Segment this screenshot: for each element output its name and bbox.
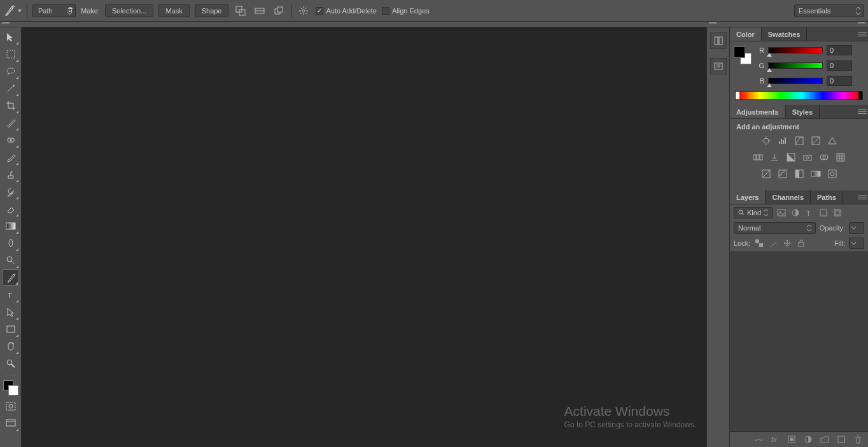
filter-type-icon[interactable]: T (804, 208, 815, 218)
shape-button[interactable]: Shape (195, 4, 229, 17)
blend-mode-dropdown[interactable]: Normal (734, 222, 816, 234)
lock-transparency-icon[interactable] (754, 238, 764, 248)
threshold-icon[interactable] (793, 167, 806, 180)
layer-list[interactable] (730, 252, 868, 432)
vibrance-icon[interactable] (826, 134, 839, 147)
lock-all-icon[interactable] (796, 238, 806, 248)
path-operations-icon[interactable] (234, 4, 248, 18)
workspace-dropdown[interactable]: Essentials (794, 4, 864, 17)
exposure-icon[interactable] (809, 134, 822, 147)
r-value: 0 (830, 46, 834, 54)
tab-paths[interactable]: Paths (811, 190, 843, 204)
dodge-tool[interactable] (3, 252, 19, 269)
layer-mask-icon[interactable] (787, 434, 797, 444)
history-dock-icon[interactable] (710, 32, 727, 49)
eyedropper-tool[interactable] (3, 115, 19, 131)
lock-image-icon[interactable] (768, 238, 778, 248)
color-lookup-icon[interactable] (834, 151, 847, 164)
color-swatch-stack[interactable] (734, 46, 752, 64)
auto-add-delete-checkbox[interactable]: Auto Add/Delete (316, 7, 377, 15)
color-balance-icon[interactable] (768, 151, 781, 164)
selection-button[interactable]: Selection... (105, 4, 153, 17)
gradient-tool[interactable] (3, 218, 19, 234)
adjustment-layer-icon[interactable] (803, 434, 813, 444)
lock-position-icon[interactable] (782, 238, 792, 248)
brush-tool[interactable] (3, 149, 19, 166)
clone-stamp-tool[interactable] (3, 166, 19, 183)
opacity-input[interactable] (849, 222, 864, 234)
active-tool-icon[interactable] (4, 3, 22, 18)
eraser-tool[interactable] (3, 201, 19, 217)
history-brush-tool[interactable] (3, 183, 19, 200)
path-alignment-icon[interactable] (253, 4, 267, 18)
g-slider[interactable] (768, 62, 823, 69)
marquee-tool[interactable] (3, 46, 19, 62)
b-value-input[interactable]: 0 (827, 76, 852, 86)
panel-menu-icon[interactable] (858, 108, 867, 115)
gradient-map-icon[interactable] (809, 167, 822, 180)
channel-mixer-icon[interactable] (818, 151, 830, 164)
tab-channels[interactable]: Channels (766, 190, 811, 204)
collapse-handle-icon[interactable] (709, 22, 717, 26)
tab-swatches[interactable]: Swatches (762, 27, 808, 41)
b-slider[interactable] (768, 78, 823, 84)
tab-styles[interactable]: Styles (786, 105, 820, 118)
tab-layers[interactable]: Layers (730, 190, 766, 204)
mask-button[interactable]: Mask (158, 4, 189, 17)
selection-button-label: Selection... (112, 7, 146, 15)
r-slider[interactable] (768, 47, 823, 53)
g-value-input[interactable]: 0 (827, 60, 852, 71)
collapse-handle-icon[interactable] (858, 22, 865, 26)
tab-channels-label: Channels (772, 194, 804, 201)
blur-tool[interactable] (3, 235, 19, 252)
rectangle-tool[interactable] (3, 321, 19, 337)
hand-tool[interactable] (3, 338, 19, 355)
photo-filter-icon[interactable] (801, 151, 814, 164)
layer-filter-kind-dropdown[interactable]: Kind (734, 207, 773, 218)
zoom-tool[interactable] (3, 355, 19, 372)
posterize-icon[interactable] (776, 167, 789, 180)
panel-menu-icon[interactable] (858, 193, 867, 201)
gear-icon[interactable] (297, 4, 311, 18)
selective-color-icon[interactable] (826, 167, 839, 180)
path-mode-dropdown[interactable]: Path (32, 4, 76, 17)
lasso-tool[interactable] (3, 63, 19, 80)
path-arrangement-icon[interactable] (272, 4, 286, 18)
group-icon[interactable] (820, 434, 830, 444)
quick-mask-icon[interactable] (3, 398, 19, 415)
magic-wand-tool[interactable] (3, 80, 19, 97)
screen-mode-icon[interactable] (3, 415, 19, 432)
foreground-background-swatch[interactable] (3, 378, 19, 397)
fill-input[interactable] (849, 238, 864, 249)
properties-dock-icon[interactable] (710, 58, 727, 74)
pen-tool[interactable] (3, 269, 19, 286)
filter-shape-icon[interactable] (818, 208, 829, 218)
panel-menu-icon[interactable] (858, 30, 867, 38)
align-edges-checkbox[interactable]: Align Edges (382, 7, 430, 15)
curves-icon[interactable] (793, 134, 806, 147)
invert-icon[interactable] (760, 167, 773, 180)
new-layer-icon[interactable] (836, 434, 846, 444)
tab-color[interactable]: Color (730, 27, 762, 41)
collapse-handle-icon[interactable] (2, 22, 10, 26)
filter-adjustment-icon[interactable] (790, 208, 801, 218)
filter-pixel-icon[interactable] (776, 208, 787, 218)
healing-brush-tool[interactable] (3, 132, 19, 148)
crop-tool[interactable] (3, 97, 19, 114)
tab-adjustments[interactable]: Adjustments (730, 105, 786, 118)
move-tool[interactable] (3, 29, 19, 45)
canvas-area[interactable]: Activate Windows Go to PC settings to ac… (22, 27, 706, 447)
type-tool[interactable]: T (3, 287, 19, 303)
color-spectrum[interactable] (735, 91, 863, 100)
black-white-icon[interactable] (785, 151, 797, 164)
foreground-color-swatch[interactable] (734, 46, 745, 58)
link-layers-icon[interactable] (753, 434, 764, 444)
hue-saturation-icon[interactable] (752, 151, 764, 164)
filter-smart-icon[interactable] (832, 208, 843, 218)
path-selection-tool[interactable] (3, 304, 19, 320)
trash-icon[interactable] (853, 434, 863, 444)
levels-icon[interactable] (776, 134, 789, 147)
brightness-contrast-icon[interactable] (760, 134, 773, 147)
r-value-input[interactable]: 0 (827, 45, 852, 55)
layer-style-icon[interactable]: fx (770, 434, 780, 444)
